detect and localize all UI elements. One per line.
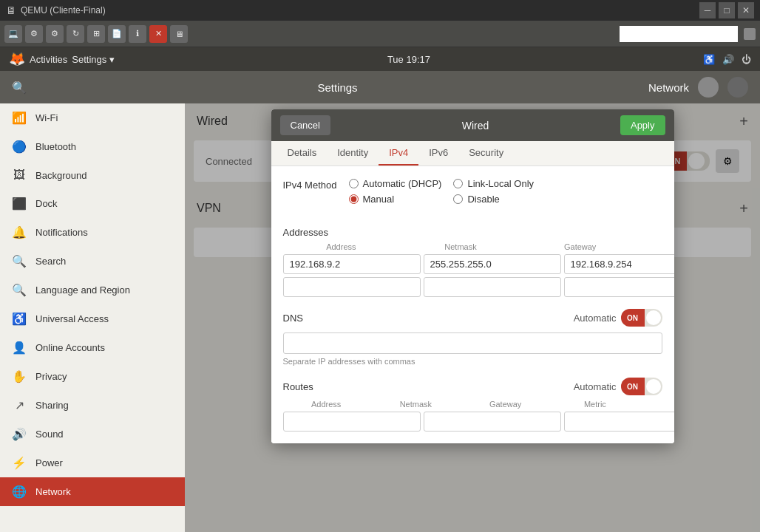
routes-col-netmask: Netmask — [373, 400, 459, 409]
routes-section: Routes Automatic ON Address N — [283, 378, 662, 432]
top-bar-right: ♿ 🔊 ⏻ — [703, 54, 751, 65]
settings-title: Settings — [35, 81, 639, 94]
radio-auto-dhcp[interactable]: Automatic (DHCP) — [349, 178, 442, 189]
sidebar-item-sound[interactable]: 🔊 Sound — [0, 420, 185, 449]
routes-row1-gateway[interactable] — [564, 412, 674, 432]
dns-toggle[interactable]: ON — [621, 309, 662, 327]
minimize-button[interactable]: ─ — [699, 2, 716, 18]
sidebar-item-notifications[interactable]: 🔔 Notifications — [0, 218, 185, 247]
dns-header: DNS Automatic ON — [283, 309, 662, 327]
firefox-icon[interactable]: 🦊 — [9, 51, 25, 67]
toolbar-icon-1[interactable]: 💻 — [4, 25, 22, 43]
dock-icon: ⬛ — [12, 197, 27, 211]
routes-toggle-knob — [646, 379, 661, 394]
background-icon: 🖼 — [12, 168, 27, 182]
privacy-icon: ✋ — [12, 369, 27, 383]
toolbar-icon-3[interactable]: ⚙ — [46, 25, 64, 43]
sidebar-item-bluetooth[interactable]: 🔵 Bluetooth — [0, 132, 185, 161]
dialog-tabs: Details Identity IPv4 IPv6 Security — [271, 141, 674, 166]
radio-link-local-label: Link-Local Only — [467, 178, 534, 189]
routes-row1-address[interactable] — [283, 412, 421, 432]
sidebar-item-language[interactable]: 🔍 Language and Region — [0, 276, 185, 304]
sidebar-label-background: Background — [35, 170, 86, 181]
routes-toggle[interactable]: ON — [621, 378, 662, 395]
toolbar-icon-5[interactable]: ⊞ — [87, 25, 105, 43]
sidebar-label-dock: Dock — [35, 198, 58, 209]
dialog-body: IPv4 Method Automatic (DHCP) Link-Local … — [271, 166, 674, 443]
sidebar-label-privacy: Privacy — [35, 371, 67, 382]
sidebar-item-wifi[interactable]: 📶 Wi-Fi — [0, 103, 185, 132]
toolbar-search-input[interactable] — [620, 26, 738, 42]
sidebar-label-search: Search — [35, 256, 66, 267]
toolbar-icon-9[interactable]: 🖥 — [170, 25, 188, 43]
radio-manual-input[interactable] — [349, 194, 359, 204]
settings-header: 🔍 Settings Network — [0, 71, 760, 103]
sidebar-item-search[interactable]: 🔍 Search — [0, 247, 185, 276]
addr-row1-gateway[interactable] — [564, 254, 674, 274]
sidebar-item-online-accounts[interactable]: 👤 Online Accounts — [0, 333, 185, 362]
title-bar-controls: ─ □ ✕ — [699, 2, 754, 18]
tab-identity[interactable]: Identity — [327, 141, 379, 166]
accessibility-icon: ♿ — [703, 54, 715, 65]
dns-section: DNS Automatic ON Separate IP addresses w… — [283, 309, 662, 366]
apply-button[interactable]: Apply — [620, 115, 665, 135]
sidebar-item-background[interactable]: 🖼 Background — [0, 161, 185, 189]
toolbar-icon-2[interactable]: ⚙ — [25, 25, 43, 43]
radio-link-local[interactable]: Link-Local Only — [453, 178, 546, 189]
tab-ipv4[interactable]: IPv4 — [379, 141, 418, 166]
radio-manual[interactable]: Manual — [349, 194, 442, 205]
network-icon: 🌐 — [12, 485, 27, 499]
dns-title: DNS — [283, 313, 303, 324]
settings-menu-label[interactable]: Settings ▾ — [72, 54, 115, 65]
top-bar: 🦊 Activities Settings ▾ Tue 19:17 ♿ 🔊 ⏻ — [0, 47, 760, 71]
title-bar: 🖥 QEMU (Cliente-Final) ─ □ ✕ — [0, 0, 760, 21]
routes-row1-netmask[interactable] — [424, 412, 561, 432]
sidebar-item-power[interactable]: ⚡ Power — [0, 449, 185, 477]
sidebar-label-universal: Universal Access — [35, 313, 109, 324]
addr-row-1: ✕ — [283, 254, 662, 274]
sidebar-item-sharing[interactable]: ↗ Sharing — [0, 391, 185, 420]
addr-row-2: ✕ — [283, 277, 662, 297]
maximize-button[interactable]: □ — [719, 2, 735, 18]
radio-auto-dhcp-input[interactable] — [349, 179, 359, 188]
volume-icon[interactable]: 🔊 — [722, 54, 734, 65]
radio-manual-label: Manual — [363, 194, 395, 205]
radio-disable[interactable]: Disable — [453, 194, 546, 205]
settings-search-icon[interactable]: 🔍 — [12, 81, 27, 95]
sidebar-item-dock[interactable]: ⬛ Dock — [0, 189, 185, 218]
activities-label[interactable]: Activities — [30, 54, 67, 65]
radio-link-local-input[interactable] — [453, 179, 463, 188]
toolbar-icon-4[interactable]: ↻ — [67, 25, 84, 43]
routes-auto-group: Automatic ON — [574, 378, 662, 395]
routes-col-gateway: Gateway — [462, 400, 549, 409]
power-icon[interactable]: ⏻ — [742, 54, 751, 65]
dns-input[interactable] — [283, 332, 662, 354]
close-button[interactable]: ✕ — [738, 2, 754, 18]
addr-row2-gateway[interactable] — [564, 277, 674, 297]
addr-row2-netmask[interactable] — [424, 277, 561, 297]
search-icon: 🔍 — [12, 254, 27, 268]
power-sidebar-icon: ⚡ — [12, 456, 27, 470]
settings-network-label: Network — [648, 81, 689, 94]
sidebar-item-universal[interactable]: ♿ Universal Access — [0, 304, 185, 333]
sidebar-item-privacy[interactable]: ✋ Privacy — [0, 362, 185, 391]
addr-row2-address[interactable] — [283, 277, 421, 297]
toolbar-icon-6[interactable]: 📄 — [108, 25, 126, 43]
radio-disable-input[interactable] — [453, 194, 463, 204]
tab-details[interactable]: Details — [277, 141, 328, 166]
sharing-icon: ↗ — [12, 398, 27, 412]
sidebar-item-network[interactable]: 🌐 Network — [0, 477, 185, 506]
routes-toggle-label: ON — [621, 378, 645, 395]
addr-row1-address[interactable] — [283, 254, 421, 274]
tab-security[interactable]: Security — [458, 141, 514, 166]
addresses-header: Addresses — [283, 227, 662, 238]
notifications-icon: 🔔 — [12, 225, 27, 239]
toolbar-icon-8[interactable]: ✕ — [149, 25, 167, 43]
toolbar-icon-7[interactable]: ℹ — [129, 25, 146, 43]
tab-ipv6[interactable]: IPv6 — [418, 141, 458, 166]
routes-col-address: Address — [283, 400, 370, 409]
qemu-icon: 🖥 — [6, 4, 16, 16]
cancel-button[interactable]: Cancel — [280, 115, 330, 135]
wifi-icon: 📶 — [12, 111, 27, 125]
addr-row1-netmask[interactable] — [424, 254, 561, 274]
